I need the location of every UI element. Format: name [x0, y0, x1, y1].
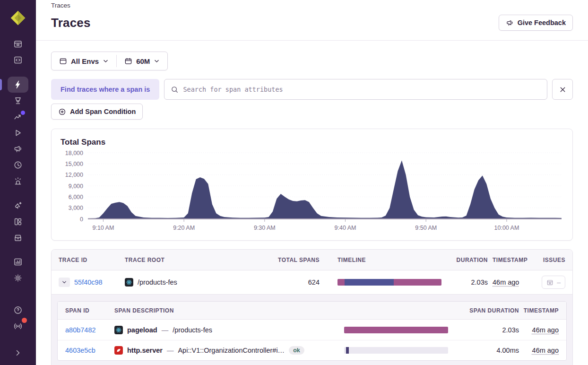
span-op: http.server: [127, 347, 163, 354]
span-timeline-bar: [344, 327, 448, 333]
react-icon: [114, 326, 123, 334]
spans-table-header: SPAN ID SPAN DESCRIPTION SPAN DURATION T…: [58, 302, 566, 320]
calendar-icon: [124, 57, 132, 65]
page-header: Traces Traces Give Feedback: [36, 0, 588, 41]
window-icon: [59, 57, 67, 65]
span-description: /products-fes: [173, 326, 212, 334]
col-timeline: TIMELINE: [320, 257, 442, 263]
span-op: pageload: [127, 326, 157, 334]
plus-circle-icon: [58, 108, 66, 116]
span-search-row: Find traces where a span is: [51, 79, 573, 100]
span-filter-chip: Find traces where a span is: [51, 79, 159, 100]
span-description: Api::V1::OrganizationController#i…: [178, 347, 285, 354]
clear-search-button[interactable]: [552, 79, 573, 100]
col-span-duration: SPAN DURATION: [469, 307, 519, 314]
archive-icon: [13, 233, 23, 243]
lightning-icon: [13, 80, 23, 89]
gear-icon: [13, 273, 23, 283]
col-span-timestamp: TIMESTAMP: [524, 307, 559, 314]
trace-id-link[interactable]: 55f40c98: [74, 278, 103, 286]
span-timeline-bar: [344, 347, 448, 354]
trace-duration: 2.03s: [471, 278, 488, 286]
sidebar-item-dashboards[interactable]: [8, 214, 28, 230]
sidebar-item-traces[interactable]: [8, 77, 28, 93]
svg-text:12,000: 12,000: [65, 172, 83, 178]
svg-text:9:40 AM: 9:40 AM: [335, 225, 356, 231]
span-id-link[interactable]: 4603e5cb: [65, 347, 114, 354]
span-id-link[interactable]: a80b7482: [65, 326, 114, 334]
span-row: 4603e5cb http.server — Api::V1::Organiza…: [58, 340, 566, 360]
sidebar-item-stats[interactable]: [8, 254, 28, 270]
sidebar-collapse-toggle[interactable]: [8, 345, 28, 361]
clock-icon: [13, 160, 23, 170]
app-root: Traces Traces Give Feedback All Envs: [0, 0, 588, 365]
sentry-diamond-logo[interactable]: [9, 9, 26, 26]
play-icon: [13, 128, 23, 138]
issues-chip[interactable]: –: [542, 276, 565, 289]
svg-text:15,000: 15,000: [65, 161, 83, 167]
col-span-description: SPAN DESCRIPTION: [114, 307, 344, 314]
environment-filter-dropdown[interactable]: All Envs: [52, 52, 116, 70]
chevron-down-icon: [154, 58, 160, 64]
search-input[interactable]: [183, 86, 541, 93]
ruby-icon: [114, 346, 123, 355]
give-feedback-label: Give Feedback: [518, 19, 566, 26]
sidebar: [0, 0, 36, 365]
sidebar-item-issues[interactable]: [8, 36, 28, 52]
col-timestamp: TIMESTAMP: [488, 257, 530, 263]
time-range-filter-dropdown[interactable]: 60M: [117, 52, 167, 70]
environment-filter-label: All Envs: [71, 57, 99, 65]
breadcrumb[interactable]: Traces: [51, 2, 573, 9]
issues-box-icon: [546, 279, 553, 286]
chart-title: Total Spans: [61, 138, 565, 147]
trace-timeline-bar: [337, 279, 441, 286]
svg-text:9:10 AM: 9:10 AM: [92, 225, 114, 231]
trace-timestamp[interactable]: 46m ago: [493, 278, 519, 286]
sidebar-nav: [8, 26, 28, 286]
col-trace-id: TRACE ID: [59, 257, 125, 263]
col-span-id: SPAN ID: [65, 307, 114, 314]
sidebar-item-whats-new[interactable]: [8, 198, 28, 214]
add-span-condition-label: Add Span Condition: [70, 108, 136, 115]
span-duration: 4.00ms: [496, 347, 519, 354]
svg-text:6,000: 6,000: [69, 194, 83, 200]
sidebar-item-help[interactable]: [8, 302, 28, 318]
spans-table: SPAN ID SPAN DESCRIPTION SPAN DURATION T…: [57, 301, 567, 361]
page-title: Traces: [51, 16, 91, 30]
chevron-down-icon: [103, 58, 109, 64]
sidebar-footer: [8, 302, 28, 361]
search-icon: [171, 86, 179, 94]
sidebar-item-alerts[interactable]: [8, 173, 28, 189]
svg-text:0: 0: [80, 216, 83, 223]
trace-row: 55f40c98 /products-fes 624 2.03s 46m ago…: [52, 270, 572, 294]
sidebar-item-feedback[interactable]: [8, 141, 28, 157]
traces-table-header: TRACE ID TRACE ROOT TOTAL SPANS TIMELINE…: [52, 250, 572, 270]
time-range-filter-label: 60M: [136, 57, 150, 65]
announcement-icon: [13, 201, 23, 210]
sidebar-item-service-status[interactable]: [8, 318, 28, 334]
give-feedback-button[interactable]: Give Feedback: [499, 15, 573, 31]
span-timestamp[interactable]: 46m ago: [532, 347, 559, 354]
search-box[interactable]: [164, 79, 547, 100]
svg-text:10:00 AM: 10:00 AM: [494, 225, 519, 231]
sidebar-item-releases[interactable]: [8, 230, 28, 246]
span-timestamp[interactable]: 46m ago: [532, 326, 559, 334]
sidebar-item-metrics[interactable]: [8, 109, 28, 125]
sidebar-item-performance[interactable]: [8, 93, 28, 109]
issues-count: –: [557, 278, 561, 286]
help-icon: [13, 305, 23, 315]
total-spans-value: 624: [308, 278, 320, 286]
sidebar-item-replays[interactable]: [8, 125, 28, 141]
sidebar-item-settings[interactable]: [8, 270, 28, 286]
sidebar-item-crons[interactable]: [8, 157, 28, 173]
expanded-trace-section: SPAN ID SPAN DESCRIPTION SPAN DURATION T…: [52, 294, 572, 365]
megaphone-icon: [506, 19, 514, 27]
purple-notification-dot: [21, 111, 25, 115]
add-span-condition-button[interactable]: Add Span Condition: [51, 104, 143, 120]
collapse-trace-toggle[interactable]: [59, 278, 70, 287]
traces-table: TRACE ID TRACE ROOT TOTAL SPANS TIMELINE…: [51, 249, 573, 365]
span-op-separator: —: [167, 347, 174, 354]
span-status-badge: ok: [289, 346, 304, 355]
trace-root-label: /products-fes: [138, 278, 177, 286]
sidebar-item-projects[interactable]: [8, 52, 28, 68]
